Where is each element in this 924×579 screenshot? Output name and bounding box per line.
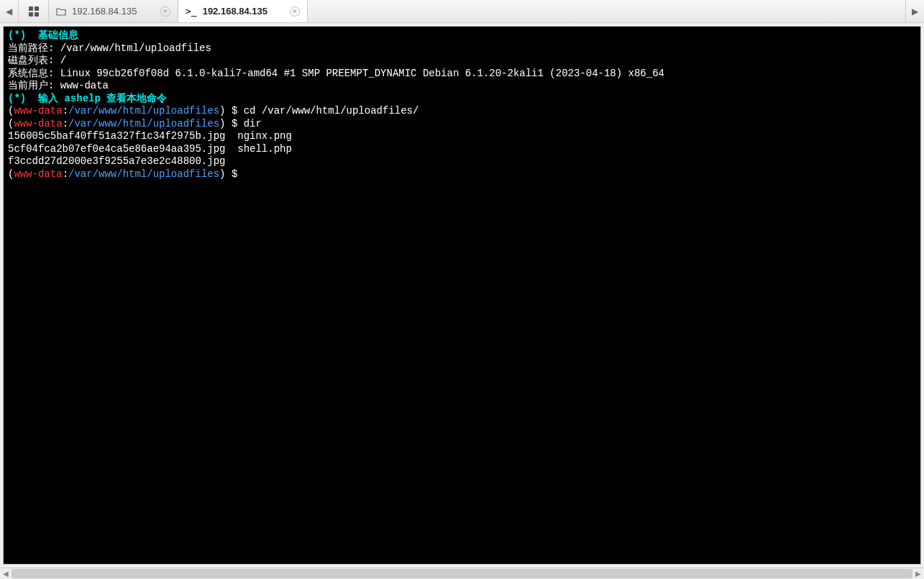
user-label: 当前用户: <box>8 80 54 91</box>
home-tab[interactable] <box>19 0 49 22</box>
path-value: /var/www/html/uploadfiles <box>60 42 211 54</box>
close-icon[interactable]: ✕ <box>290 6 300 17</box>
tab-label: 192.168.84.135 <box>203 6 267 17</box>
dir-output-line: 156005c5baf40ff51a327f1c34f2975b.jpg ngi… <box>8 130 292 142</box>
terminal-output[interactable]: (*) 基础信息 当前路径: /var/www/html/uploadfiles… <box>4 27 920 564</box>
terminal-icon: >_ <box>186 6 197 17</box>
prompt-user: www-data <box>14 105 62 117</box>
horizontal-scrollbar[interactable]: ◀ ▶ <box>0 567 924 579</box>
sys-value: Linux 99cb26f0f08d 6.1.0-kali7-amd64 #1 … <box>60 68 664 79</box>
tab-label: 192.168.84.135 <box>72 6 137 17</box>
dir-output-line: 5cf04fca2b07ef0e4ca5e86ae94aa395.jpg she… <box>8 143 292 155</box>
prompt-dollar: $ <box>225 105 243 117</box>
folder-icon <box>56 7 66 16</box>
cmd-dir: dir <box>244 118 262 129</box>
disk-value: / <box>60 55 66 66</box>
prompt-sep: : <box>63 105 68 117</box>
cmd-cd: cd /var/www/html/uploadfiles/ <box>244 105 419 117</box>
disk-label: 磁盘列表: <box>8 55 54 66</box>
tab-bar: ◀ 192.168.84.135 ✕ >_ 192.168.84.135 ✕ ▶ <box>0 0 924 23</box>
scroll-track[interactable] <box>12 568 912 579</box>
user-value: www-data <box>60 80 109 91</box>
sys-label: 系统信息: <box>8 68 54 79</box>
prompt-cwd: /var/www/html/uploadfiles <box>68 105 219 117</box>
path-label: 当前路径: <box>8 42 54 54</box>
tab-scroll-right[interactable]: ▶ <box>905 0 924 22</box>
help-hint: (*) 输入 ashelp 查看本地命令 <box>8 93 167 104</box>
scroll-right-arrow[interactable]: ▶ <box>912 568 924 579</box>
tab-file-manager[interactable]: 192.168.84.135 ✕ <box>49 0 178 22</box>
close-icon[interactable]: ✕ <box>160 6 170 17</box>
tab-scroll-left[interactable]: ◀ <box>0 0 19 22</box>
tab-terminal[interactable]: >_ 192.168.84.135 ✕ <box>178 0 308 22</box>
terminal-panel: (*) 基础信息 当前路径: /var/www/html/uploadfiles… <box>3 26 921 565</box>
grid-icon <box>29 6 39 17</box>
dir-output-line: f3ccdd27d2000e3f9255a7e3e2c48800.jpg <box>8 155 225 167</box>
scroll-left-arrow[interactable]: ◀ <box>0 568 12 579</box>
scroll-thumb[interactable] <box>12 569 912 578</box>
info-marker: (*) 基础信息 <box>8 29 78 41</box>
